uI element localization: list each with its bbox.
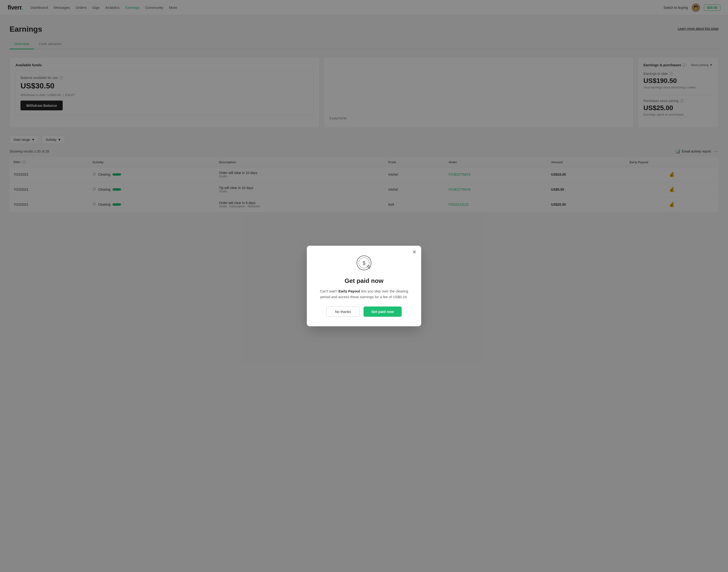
- modal-overlay: ✕ $ Get paid now Can't wait? Early Payou…: [0, 0, 728, 212]
